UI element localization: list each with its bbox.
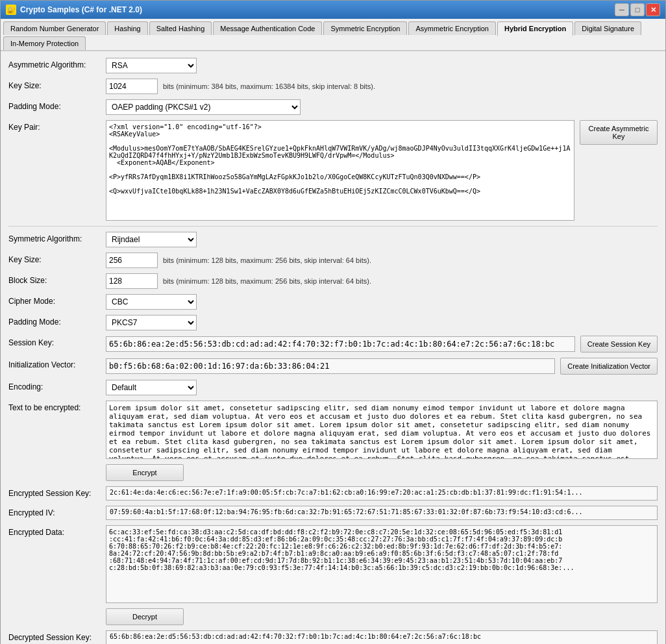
dec-session-key-row: Decrypted Session Key: 65:6b:86:ea:2e:d5… [8, 630, 658, 644]
session-key-control: Create Session Key [106, 336, 658, 353]
create-asymmetric-key-button[interactable]: Create Asymmetric Key [580, 120, 658, 145]
encrypt-button[interactable]: Encrypt [106, 464, 184, 481]
tab-symmetric[interactable]: Symmetric Encryption [323, 21, 407, 35]
iv-control: Create Initialization Vector [106, 358, 658, 375]
encrypt-btn-container: Encrypt [106, 464, 658, 481]
asym-padding-control: OAEP padding (PKCS#1 v2) PKCS#1 v1.5 [106, 99, 658, 115]
enc-data-control [106, 525, 658, 603]
enc-data-textarea[interactable] [106, 525, 658, 603]
cipher-mode-control: CBC ECB OFB CFB [106, 294, 658, 310]
sym-algorithm-control: Rijndael AES DES 3DES [106, 232, 658, 247]
sym-padding-label: Padding Mode: [8, 315, 106, 327]
key-size-label: Key Size: [8, 79, 106, 90]
key-size-row: Key Size: bits (minimum: 384 bits, maxim… [8, 79, 658, 94]
sym-key-size-label: Key Size: [8, 253, 106, 264]
block-size-hint: bits (minimum: 128 bits, maximum: 256 bi… [163, 277, 371, 285]
create-iv-button[interactable]: Create Initialization Vector [560, 358, 658, 375]
enc-session-key-row: Encrypted Session Key: 2c:61:4e:da:4e:c6… [8, 486, 658, 501]
enc-data-row: Encrypted Data: [8, 525, 658, 603]
iv-input[interactable] [106, 358, 555, 374]
key-pair-control: Create Asymmetric Key [106, 120, 658, 221]
block-size-input[interactable] [106, 273, 158, 289]
tab-salted[interactable]: Salted Hashing [149, 21, 212, 35]
tab-rng[interactable]: Random Number Generator [3, 21, 106, 35]
session-key-input[interactable] [106, 336, 575, 352]
cipher-mode-row: Cipher Mode: CBC ECB OFB CFB [8, 294, 658, 310]
text-to-encrypt-label: Text to be encrypted: [8, 401, 106, 412]
sym-padding-select[interactable]: PKCS7 Zeros ANSI X923 ISO 10126 None [106, 315, 197, 330]
encoding-control: Default ASCII Unicode UTF-7 UTF-8 UTF-32 [106, 380, 658, 395]
iv-label: Initialization Vector: [8, 358, 106, 369]
tab-mac[interactable]: Message Authentication Code [213, 21, 322, 35]
enc-iv-control: 07:59:60:4a:b1:5f:17:68:0f:12:ba:94:76:9… [106, 506, 658, 520]
encoding-select[interactable]: Default ASCII Unicode UTF-7 UTF-8 UTF-32 [106, 380, 197, 395]
session-key-label: Session Key: [8, 336, 106, 347]
encoding-row: Encoding: Default ASCII Unicode UTF-7 UT… [8, 380, 658, 395]
text-to-encrypt-row: Text to be encrypted: [8, 401, 658, 459]
key-size-control: bits (minimum: 384 bits, maximum: 16384 … [106, 79, 658, 94]
asym-padding-label: Padding Mode: [8, 99, 106, 111]
sym-key-size-input[interactable] [106, 253, 158, 268]
window-controls: ─ □ ✕ [615, 3, 660, 16]
cipher-mode-select[interactable]: CBC ECB OFB CFB [106, 294, 197, 310]
sym-padding-row: Padding Mode: PKCS7 Zeros ANSI X923 ISO … [8, 315, 658, 330]
create-session-key-button[interactable]: Create Session Key [580, 336, 658, 353]
maximize-button[interactable]: □ [630, 3, 645, 16]
text-to-encrypt-control [106, 401, 658, 459]
encoding-label: Encoding: [8, 380, 106, 391]
key-size-hint: bits (minimum: 384 bits, maximum: 16384 … [163, 82, 375, 90]
main-content: Asymmetric Algorithm: RSA Key Size: bits… [1, 51, 665, 644]
asym-algorithm-row: Asymmetric Algorithm: RSA [8, 58, 658, 73]
tabs-bar: Random Number Generator Hashing Salted H… [1, 19, 665, 51]
minimize-button[interactable]: ─ [615, 3, 629, 16]
tab-digital[interactable]: Digital Signature [574, 21, 641, 35]
asym-algorithm-select[interactable]: RSA [106, 58, 197, 73]
asym-padding-row: Padding Mode: OAEP padding (PKCS#1 v2) P… [8, 99, 658, 115]
main-window: 🔐 Crypto Samples (C# for .NET 2.0) ─ □ ✕… [0, 0, 666, 644]
sym-algorithm-label: Symmetric Algorithm: [8, 232, 106, 243]
key-pair-label: Key Pair: [8, 120, 106, 132]
asym-algorithm-control: RSA [106, 58, 658, 73]
cipher-mode-label: Cipher Mode: [8, 294, 106, 306]
decrypt-btn-container: Decrypt [106, 608, 658, 625]
tab-memory[interactable]: In-Memory Protection [3, 36, 86, 50]
sym-key-size-control: bits (minimum: 128 bits, maximum: 256 bi… [106, 253, 658, 268]
dec-session-key-value: 65:6b:86:ea:2e:d5:56:53:db:cd:ad:ad:42:f… [106, 630, 658, 644]
tab-asymmetric[interactable]: Asymmetric Encryption [408, 21, 495, 35]
asym-padding-select[interactable]: OAEP padding (PKCS#1 v2) PKCS#1 v1.5 [106, 99, 301, 115]
sym-algorithm-select[interactable]: Rijndael AES DES 3DES [106, 232, 197, 247]
sym-padding-control: PKCS7 Zeros ANSI X923 ISO 10126 None [106, 315, 658, 330]
sym-algorithm-row: Symmetric Algorithm: Rijndael AES DES 3D… [8, 232, 658, 247]
block-size-label: Block Size: [8, 273, 106, 285]
enc-iv-value: 07:59:60:4a:b1:5f:17:68:0f:12:ba:94:76:9… [106, 506, 658, 520]
sym-key-size-row: Key Size: bits (minimum: 128 bits, maxim… [8, 253, 658, 268]
key-pair-textarea[interactable] [106, 120, 574, 221]
close-button[interactable]: ✕ [646, 3, 660, 16]
asym-algorithm-label: Asymmetric Algorithm: [8, 58, 106, 69]
iv-row: Initialization Vector: Create Initializa… [8, 358, 658, 375]
tab-hybrid[interactable]: Hybrid Encryption [497, 21, 573, 36]
key-pair-row: Key Pair: Create Asymmetric Key [8, 120, 658, 221]
text-to-encrypt-textarea[interactable] [106, 401, 658, 459]
title-bar: 🔐 Crypto Samples (C# for .NET 2.0) ─ □ ✕ [1, 1, 665, 19]
dec-session-key-label: Decrypted Session Key: [8, 630, 106, 642]
decrypt-button[interactable]: Decrypt [106, 608, 184, 625]
enc-session-key-value: 2c:61:4e:da:4e:c6:ec:56:7e:e7:1f:a9:00:0… [106, 486, 658, 501]
window-title: Crypto Samples (C# for .NET 2.0) [20, 5, 611, 14]
enc-iv-label: Encrypted IV: [8, 506, 106, 517]
dec-session-key-control: 65:6b:86:ea:2e:d5:56:53:db:cd:ad:ad:42:f… [106, 630, 658, 644]
enc-session-key-label: Encrypted Session Key: [8, 486, 106, 498]
block-size-control: bits (minimum: 128 bits, maximum: 256 bi… [106, 273, 658, 289]
block-size-row: Block Size: bits (minimum: 128 bits, max… [8, 273, 658, 289]
enc-iv-row: Encrypted IV: 07:59:60:4a:b1:5f:17:68:0f… [8, 506, 658, 520]
enc-session-key-control: 2c:61:4e:da:4e:c6:ec:56:7e:e7:1f:a9:00:0… [106, 486, 658, 501]
tab-hashing[interactable]: Hashing [107, 21, 147, 35]
key-size-input[interactable] [106, 79, 158, 94]
sym-key-size-hint: bits (minimum: 128 bits, maximum: 256 bi… [163, 256, 371, 264]
enc-data-label: Encrypted Data: [8, 525, 106, 537]
app-icon: 🔐 [6, 5, 16, 15]
session-key-row: Session Key: Create Session Key [8, 336, 658, 353]
divider-1 [8, 226, 658, 227]
